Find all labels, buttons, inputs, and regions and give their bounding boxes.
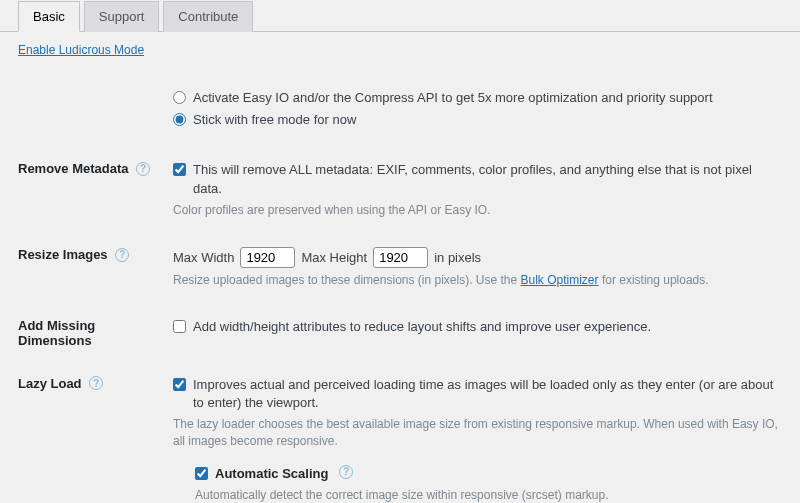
bulk-optimizer-link[interactable]: Bulk Optimizer [521, 273, 599, 287]
row-label-dims: Add Missing Dimensions [18, 318, 95, 348]
add-dims-text: Add width/height attributes to reduce la… [193, 318, 651, 336]
lazy-load-desc: The lazy loader chooses the best availab… [173, 416, 782, 451]
resize-desc-pre: Resize uploaded images to these dimensio… [173, 273, 521, 287]
tab-basic[interactable]: Basic [18, 1, 80, 32]
row-label-metadata: Remove Metadata [18, 161, 129, 176]
row-label-resize: Resize Images [18, 247, 108, 262]
max-width-label: Max Width [173, 250, 234, 265]
max-height-label: Max Height [301, 250, 367, 265]
tab-support[interactable]: Support [84, 1, 160, 32]
settings-tabs: Basic Support Contribute [0, 0, 800, 32]
row-label-lazy: Lazy Load [18, 376, 82, 391]
max-height-input[interactable] [373, 247, 428, 268]
mode-activate-label: Activate Easy IO and/or the Compress API… [193, 89, 713, 107]
auto-scaling-desc: Automatically detect the correct image s… [195, 487, 782, 503]
tab-contribute[interactable]: Contribute [163, 1, 253, 32]
remove-metadata-text: This will remove ALL metadata: EXIF, com… [193, 161, 782, 197]
mode-activate-radio[interactable] [173, 91, 186, 104]
remove-metadata-desc: Color profiles are preserved when using … [173, 202, 782, 219]
max-width-input[interactable] [240, 247, 295, 268]
lazy-load-text: Improves actual and perceived loading ti… [193, 376, 782, 412]
enable-ludicrous-link[interactable]: Enable Ludicrous Mode [18, 43, 144, 57]
help-icon[interactable]: ? [136, 162, 150, 176]
mode-stick-label: Stick with free mode for now [193, 111, 356, 129]
add-dims-checkbox[interactable] [173, 320, 186, 333]
help-icon[interactable]: ? [89, 376, 103, 390]
lazy-load-checkbox[interactable] [173, 378, 186, 391]
resize-unit: in pixels [434, 250, 481, 265]
remove-metadata-checkbox[interactable] [173, 163, 186, 176]
help-icon[interactable]: ? [339, 465, 353, 479]
auto-scaling-checkbox[interactable] [195, 467, 208, 480]
resize-desc-post: for existing uploads. [599, 273, 709, 287]
mode-stick-radio[interactable] [173, 113, 186, 126]
help-icon[interactable]: ? [115, 248, 129, 262]
auto-scaling-label: Automatic Scaling [215, 465, 328, 483]
